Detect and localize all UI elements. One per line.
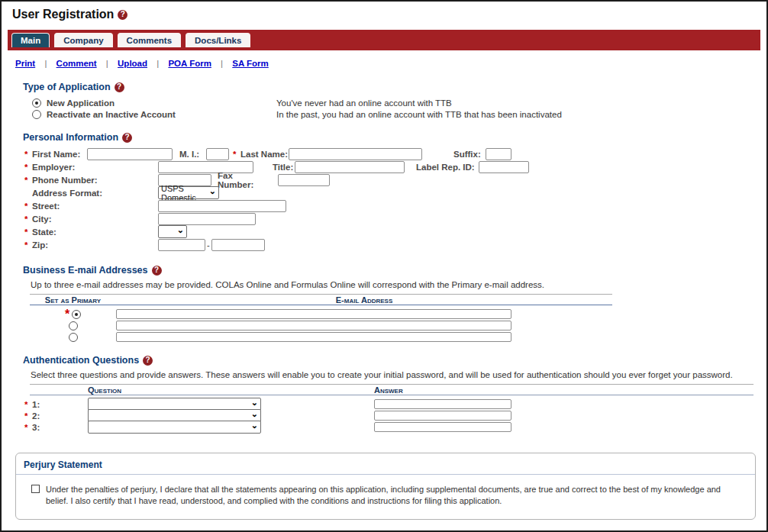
required-marker: * bbox=[24, 411, 32, 421]
auth-table: Question Answer * 1: ⌄ * 2: ⌄ bbox=[24, 384, 753, 433]
tab-company[interactable]: Company bbox=[54, 33, 112, 47]
last-name-label: Last Name: bbox=[240, 150, 289, 159]
email-row-1: * bbox=[30, 308, 612, 320]
question-header: Question bbox=[88, 385, 374, 395]
help-icon[interactable]: ? bbox=[143, 356, 153, 366]
option-label: New Application bbox=[47, 98, 115, 108]
sa-form-link[interactable]: SA Form bbox=[232, 59, 269, 68]
primary-email-radio-3[interactable] bbox=[69, 333, 78, 342]
help-icon[interactable]: ? bbox=[118, 10, 127, 20]
perjury-body: Under the penalties of perjury, I declar… bbox=[16, 475, 755, 519]
new-application-radio[interactable] bbox=[32, 98, 41, 108]
email-description: Up to three e-mail addresses may be prov… bbox=[31, 280, 766, 289]
phone-number-label: Phone Number: bbox=[32, 176, 158, 185]
email-input-1[interactable] bbox=[116, 309, 511, 319]
zip-input[interactable] bbox=[158, 239, 205, 251]
address-format-select[interactable]: USPS Domestic ⌄ bbox=[158, 186, 219, 199]
type-of-application-heading: Type of Application ? bbox=[23, 82, 766, 92]
address-format-label: Address Format: bbox=[32, 189, 158, 198]
email-input-2[interactable] bbox=[116, 321, 511, 330]
help-icon[interactable]: ? bbox=[115, 82, 124, 92]
street-input[interactable] bbox=[158, 200, 286, 212]
state-label: State: bbox=[32, 227, 158, 237]
answer-3-input[interactable] bbox=[374, 422, 511, 432]
perjury-statement-box: Perjury Statement Under the penalties of… bbox=[15, 453, 756, 520]
email-addresses-heading: Business E-mail Addresses ? bbox=[23, 265, 766, 276]
option-reactivate-account: Reactivate an Inactive Account In the pa… bbox=[32, 108, 766, 120]
page-title: User Registration bbox=[12, 8, 114, 21]
chevron-down-icon: ⌄ bbox=[177, 226, 184, 234]
auth-description: Select three questions and provide answe… bbox=[31, 370, 766, 379]
first-name-input[interactable] bbox=[87, 148, 173, 160]
required-marker: * bbox=[233, 150, 240, 159]
address-format-row: Address Format: USPS Domestic ⌄ bbox=[24, 186, 766, 199]
chevron-down-icon: ⌄ bbox=[251, 410, 258, 418]
first-name-label: First Name: bbox=[32, 150, 87, 159]
required-marker: * bbox=[24, 202, 32, 211]
upload-link[interactable]: Upload bbox=[118, 59, 147, 68]
city-row: * City: bbox=[24, 212, 766, 225]
auth-row-3: * 3: ⌄ bbox=[24, 421, 753, 433]
option-description: In the past, you had an online account w… bbox=[276, 110, 562, 119]
toolbar-links: Print | Comment | Upload | POA Form | SA… bbox=[2, 50, 766, 68]
required-marker: * bbox=[24, 150, 32, 159]
link-separator: | bbox=[106, 59, 108, 68]
last-name-input[interactable] bbox=[289, 148, 422, 160]
chevron-down-icon: ⌄ bbox=[209, 187, 216, 195]
title-label: Title: bbox=[273, 163, 295, 172]
auth-table-header: Question Answer bbox=[30, 384, 753, 395]
zip-plus4-input[interactable] bbox=[211, 239, 265, 251]
city-input[interactable] bbox=[158, 213, 256, 225]
title-input[interactable] bbox=[295, 161, 405, 173]
mi-input[interactable] bbox=[206, 148, 229, 160]
email-row-2 bbox=[30, 320, 612, 331]
reactivate-account-radio[interactable] bbox=[32, 110, 41, 119]
city-label: City: bbox=[32, 214, 158, 224]
required-marker: * bbox=[24, 240, 32, 250]
email-table: Set as Primary E-mail Address * bbox=[30, 294, 612, 343]
tab-main[interactable]: Main bbox=[11, 33, 50, 47]
auth-row-2: * 2: ⌄ bbox=[24, 410, 753, 421]
page-title-row: User Registration ? bbox=[2, 2, 766, 23]
required-marker: * bbox=[24, 227, 32, 237]
section-title: Authentication Questions bbox=[23, 355, 139, 366]
personal-information-heading: Personal Information ? bbox=[23, 132, 766, 143]
question-number: 1: bbox=[32, 400, 40, 409]
auth-row-1: * 1: ⌄ bbox=[24, 398, 753, 410]
tab-docs-links[interactable]: Docs/Links bbox=[186, 33, 250, 47]
employer-row: * Employer: Title: Label Rep. ID: bbox=[24, 160, 766, 173]
zip-row: * Zip: - bbox=[24, 238, 766, 251]
answer-1-input[interactable] bbox=[374, 399, 511, 409]
question-3-select[interactable]: ⌄ bbox=[88, 421, 261, 434]
link-separator: | bbox=[157, 59, 159, 68]
poa-form-link[interactable]: POA Form bbox=[168, 59, 211, 68]
print-link[interactable]: Print bbox=[15, 59, 35, 68]
answer-header: Answer bbox=[374, 385, 403, 395]
answer-2-input[interactable] bbox=[374, 411, 511, 421]
required-marker: * bbox=[24, 176, 32, 185]
tab-comments[interactable]: Comments bbox=[118, 33, 181, 47]
section-title: Type of Application bbox=[23, 82, 111, 92]
help-icon[interactable]: ? bbox=[122, 133, 132, 143]
required-marker: * bbox=[24, 163, 32, 172]
tab-bar: Main Company Comments Docs/Links bbox=[8, 30, 760, 50]
email-input-3[interactable] bbox=[116, 332, 511, 342]
chevron-down-icon: ⌄ bbox=[251, 398, 258, 407]
primary-email-radio-1[interactable] bbox=[72, 310, 81, 319]
comment-link[interactable]: Comment bbox=[56, 59, 97, 68]
state-select[interactable]: ⌄ bbox=[158, 225, 187, 238]
zip-separator: - bbox=[207, 240, 210, 250]
option-label: Reactivate an Inactive Account bbox=[47, 110, 176, 119]
select-value: USPS Domestic bbox=[161, 184, 209, 202]
employer-label: Employer: bbox=[32, 163, 158, 172]
fax-number-input[interactable] bbox=[278, 174, 330, 186]
perjury-checkbox[interactable] bbox=[31, 485, 40, 493]
label-rep-id-input[interactable] bbox=[479, 161, 529, 173]
section-title: Personal Information bbox=[23, 132, 118, 143]
perjury-heading: Perjury Statement bbox=[16, 453, 755, 475]
suffix-input[interactable] bbox=[486, 148, 511, 160]
state-row: * State: ⌄ bbox=[24, 225, 766, 238]
primary-email-radio-2[interactable] bbox=[69, 321, 78, 330]
section-title: Business E-mail Addresses bbox=[23, 265, 148, 276]
help-icon[interactable]: ? bbox=[152, 266, 162, 276]
